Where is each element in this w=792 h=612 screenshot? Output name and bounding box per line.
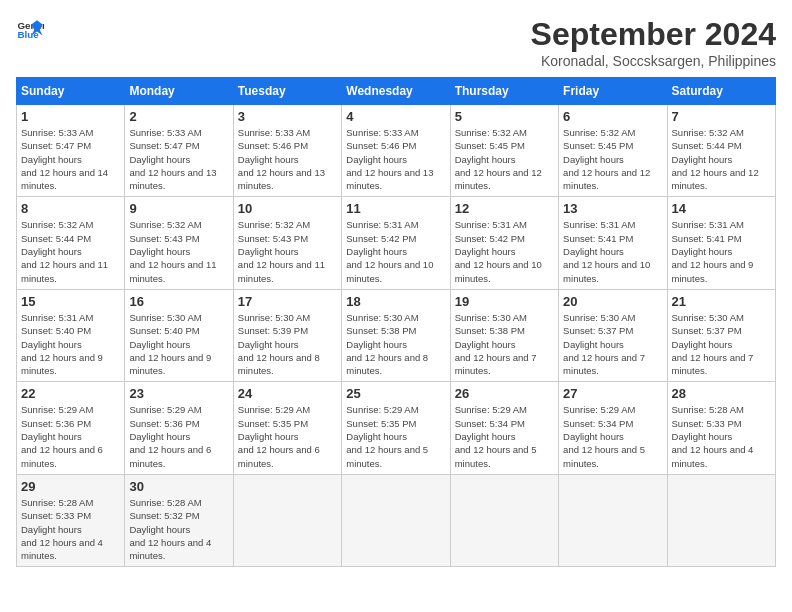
- month-title: September 2024: [531, 16, 776, 53]
- day-number: 3: [238, 109, 337, 124]
- day-detail: Sunrise: 5:32 AMSunset: 5:45 PMDaylight …: [455, 126, 554, 192]
- calendar-cell: 26Sunrise: 5:29 AMSunset: 5:34 PMDayligh…: [450, 382, 558, 474]
- day-number: 13: [563, 201, 662, 216]
- day-number: 17: [238, 294, 337, 309]
- day-detail: Sunrise: 5:29 AMSunset: 5:36 PMDaylight …: [21, 403, 120, 469]
- weekday-header-monday: Monday: [125, 78, 233, 105]
- calendar-week-row: 1Sunrise: 5:33 AMSunset: 5:47 PMDaylight…: [17, 105, 776, 197]
- day-detail: Sunrise: 5:32 AMSunset: 5:45 PMDaylight …: [563, 126, 662, 192]
- day-number: 5: [455, 109, 554, 124]
- day-detail: Sunrise: 5:29 AMSunset: 5:35 PMDaylight …: [346, 403, 445, 469]
- day-number: 24: [238, 386, 337, 401]
- day-number: 26: [455, 386, 554, 401]
- calendar-cell: 25Sunrise: 5:29 AMSunset: 5:35 PMDayligh…: [342, 382, 450, 474]
- day-number: 29: [21, 479, 120, 494]
- calendar-cell: 5Sunrise: 5:32 AMSunset: 5:45 PMDaylight…: [450, 105, 558, 197]
- day-number: 6: [563, 109, 662, 124]
- calendar-week-row: 29Sunrise: 5:28 AMSunset: 5:33 PMDayligh…: [17, 474, 776, 566]
- weekday-header-tuesday: Tuesday: [233, 78, 341, 105]
- calendar-table: SundayMondayTuesdayWednesdayThursdayFrid…: [16, 77, 776, 567]
- calendar-cell: [450, 474, 558, 566]
- day-detail: Sunrise: 5:31 AMSunset: 5:42 PMDaylight …: [346, 218, 445, 284]
- day-detail: Sunrise: 5:33 AMSunset: 5:47 PMDaylight …: [129, 126, 228, 192]
- calendar-cell: 27Sunrise: 5:29 AMSunset: 5:34 PMDayligh…: [559, 382, 667, 474]
- logo: General Blue: [16, 16, 44, 44]
- calendar-week-row: 22Sunrise: 5:29 AMSunset: 5:36 PMDayligh…: [17, 382, 776, 474]
- day-number: 8: [21, 201, 120, 216]
- day-detail: Sunrise: 5:31 AMSunset: 5:41 PMDaylight …: [563, 218, 662, 284]
- location-title: Koronadal, Soccsksargen, Philippines: [531, 53, 776, 69]
- weekday-header-row: SundayMondayTuesdayWednesdayThursdayFrid…: [17, 78, 776, 105]
- day-detail: Sunrise: 5:31 AMSunset: 5:42 PMDaylight …: [455, 218, 554, 284]
- calendar-cell: 30Sunrise: 5:28 AMSunset: 5:32 PMDayligh…: [125, 474, 233, 566]
- day-number: 21: [672, 294, 771, 309]
- calendar-cell: 23Sunrise: 5:29 AMSunset: 5:36 PMDayligh…: [125, 382, 233, 474]
- weekday-header-friday: Friday: [559, 78, 667, 105]
- day-number: 22: [21, 386, 120, 401]
- day-detail: Sunrise: 5:33 AMSunset: 5:47 PMDaylight …: [21, 126, 120, 192]
- day-number: 9: [129, 201, 228, 216]
- calendar-cell: 6Sunrise: 5:32 AMSunset: 5:45 PMDaylight…: [559, 105, 667, 197]
- calendar-cell: 18Sunrise: 5:30 AMSunset: 5:38 PMDayligh…: [342, 289, 450, 381]
- calendar-cell: 12Sunrise: 5:31 AMSunset: 5:42 PMDayligh…: [450, 197, 558, 289]
- weekday-header-saturday: Saturday: [667, 78, 775, 105]
- day-number: 27: [563, 386, 662, 401]
- day-number: 14: [672, 201, 771, 216]
- day-number: 23: [129, 386, 228, 401]
- calendar-cell: 7Sunrise: 5:32 AMSunset: 5:44 PMDaylight…: [667, 105, 775, 197]
- day-number: 30: [129, 479, 228, 494]
- day-number: 10: [238, 201, 337, 216]
- day-detail: Sunrise: 5:28 AMSunset: 5:33 PMDaylight …: [21, 496, 120, 562]
- day-number: 25: [346, 386, 445, 401]
- day-detail: Sunrise: 5:30 AMSunset: 5:39 PMDaylight …: [238, 311, 337, 377]
- calendar-cell: 9Sunrise: 5:32 AMSunset: 5:43 PMDaylight…: [125, 197, 233, 289]
- calendar-cell: 15Sunrise: 5:31 AMSunset: 5:40 PMDayligh…: [17, 289, 125, 381]
- day-number: 2: [129, 109, 228, 124]
- day-detail: Sunrise: 5:33 AMSunset: 5:46 PMDaylight …: [238, 126, 337, 192]
- calendar-cell: 28Sunrise: 5:28 AMSunset: 5:33 PMDayligh…: [667, 382, 775, 474]
- calendar-cell: 11Sunrise: 5:31 AMSunset: 5:42 PMDayligh…: [342, 197, 450, 289]
- day-number: 16: [129, 294, 228, 309]
- day-detail: Sunrise: 5:29 AMSunset: 5:35 PMDaylight …: [238, 403, 337, 469]
- calendar-cell: 17Sunrise: 5:30 AMSunset: 5:39 PMDayligh…: [233, 289, 341, 381]
- day-number: 28: [672, 386, 771, 401]
- calendar-cell: 22Sunrise: 5:29 AMSunset: 5:36 PMDayligh…: [17, 382, 125, 474]
- logo-icon: General Blue: [16, 16, 44, 44]
- calendar-cell: 14Sunrise: 5:31 AMSunset: 5:41 PMDayligh…: [667, 197, 775, 289]
- calendar-cell: 20Sunrise: 5:30 AMSunset: 5:37 PMDayligh…: [559, 289, 667, 381]
- day-detail: Sunrise: 5:32 AMSunset: 5:43 PMDaylight …: [129, 218, 228, 284]
- calendar-cell: 29Sunrise: 5:28 AMSunset: 5:33 PMDayligh…: [17, 474, 125, 566]
- day-number: 11: [346, 201, 445, 216]
- day-detail: Sunrise: 5:29 AMSunset: 5:34 PMDaylight …: [563, 403, 662, 469]
- day-detail: Sunrise: 5:32 AMSunset: 5:44 PMDaylight …: [21, 218, 120, 284]
- day-number: 7: [672, 109, 771, 124]
- day-detail: Sunrise: 5:28 AMSunset: 5:33 PMDaylight …: [672, 403, 771, 469]
- calendar-cell: 10Sunrise: 5:32 AMSunset: 5:43 PMDayligh…: [233, 197, 341, 289]
- day-detail: Sunrise: 5:29 AMSunset: 5:36 PMDaylight …: [129, 403, 228, 469]
- title-area: September 2024 Koronadal, Soccsksargen, …: [531, 16, 776, 69]
- day-number: 4: [346, 109, 445, 124]
- calendar-cell: [233, 474, 341, 566]
- day-detail: Sunrise: 5:32 AMSunset: 5:44 PMDaylight …: [672, 126, 771, 192]
- calendar-cell: 2Sunrise: 5:33 AMSunset: 5:47 PMDaylight…: [125, 105, 233, 197]
- day-detail: Sunrise: 5:30 AMSunset: 5:37 PMDaylight …: [563, 311, 662, 377]
- day-detail: Sunrise: 5:30 AMSunset: 5:38 PMDaylight …: [455, 311, 554, 377]
- day-number: 20: [563, 294, 662, 309]
- day-detail: Sunrise: 5:30 AMSunset: 5:40 PMDaylight …: [129, 311, 228, 377]
- calendar-cell: [342, 474, 450, 566]
- weekday-header-sunday: Sunday: [17, 78, 125, 105]
- day-detail: Sunrise: 5:31 AMSunset: 5:40 PMDaylight …: [21, 311, 120, 377]
- day-number: 15: [21, 294, 120, 309]
- calendar-cell: 13Sunrise: 5:31 AMSunset: 5:41 PMDayligh…: [559, 197, 667, 289]
- calendar-cell: 8Sunrise: 5:32 AMSunset: 5:44 PMDaylight…: [17, 197, 125, 289]
- day-detail: Sunrise: 5:30 AMSunset: 5:37 PMDaylight …: [672, 311, 771, 377]
- day-detail: Sunrise: 5:28 AMSunset: 5:32 PMDaylight …: [129, 496, 228, 562]
- calendar-week-row: 15Sunrise: 5:31 AMSunset: 5:40 PMDayligh…: [17, 289, 776, 381]
- calendar-cell: 3Sunrise: 5:33 AMSunset: 5:46 PMDaylight…: [233, 105, 341, 197]
- weekday-header-thursday: Thursday: [450, 78, 558, 105]
- day-number: 18: [346, 294, 445, 309]
- day-number: 19: [455, 294, 554, 309]
- calendar-cell: 16Sunrise: 5:30 AMSunset: 5:40 PMDayligh…: [125, 289, 233, 381]
- calendar-cell: [667, 474, 775, 566]
- day-number: 1: [21, 109, 120, 124]
